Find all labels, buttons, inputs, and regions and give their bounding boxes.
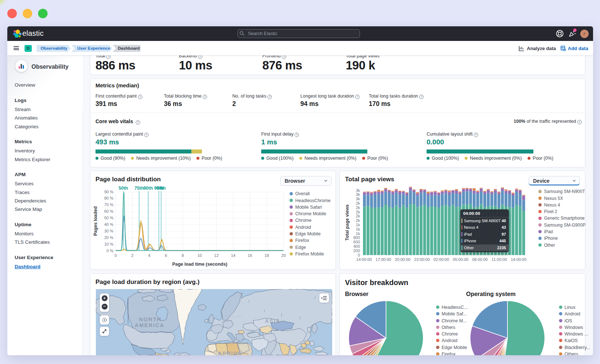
svg-text:6: 6 [165, 253, 167, 258]
svg-text:800: 800 [353, 235, 360, 240]
svg-text:2k: 2k [356, 201, 360, 205]
svg-text:14:00:00: 14:00:00 [356, 257, 372, 262]
svg-text:16: 16 [248, 253, 252, 258]
svg-text:600: 600 [353, 240, 360, 244]
svg-text:0: 0 [358, 253, 360, 257]
svg-text:3k: 3k [356, 197, 360, 201]
svg-text:400: 400 [353, 244, 360, 249]
svg-text:02:00:00: 02:00:00 [434, 257, 449, 262]
svg-text:3k: 3k [356, 192, 360, 197]
svg-text:70 %: 70 % [104, 202, 113, 207]
svg-text:NORTH: NORTH [139, 316, 162, 322]
svg-text:Pages loaded: Pages loaded [93, 206, 98, 236]
svg-text:11:00:00: 11:00:00 [492, 257, 507, 262]
svg-text:50th: 50th [119, 186, 128, 191]
svg-text:iPad: iPad [544, 229, 553, 234]
svg-text:Edge: Edge [295, 245, 306, 250]
svg-text:23:00:00: 23:00:00 [414, 257, 430, 262]
svg-text:Edge Mobile: Edge Mobile [295, 231, 321, 236]
svg-text:Page load time (seconds): Page load time (seconds) [172, 262, 228, 267]
svg-text:1k: 1k [356, 227, 360, 231]
svg-text:14: 14 [231, 253, 235, 258]
svg-text:10 %: 10 % [104, 242, 113, 246]
svg-text:40 %: 40 % [104, 222, 113, 227]
svg-text:12: 12 [214, 253, 218, 258]
svg-text:2: 2 [131, 253, 134, 258]
svg-text:3k: 3k [356, 188, 360, 193]
svg-text:17:00:00: 17:00:00 [375, 257, 391, 262]
svg-text:20:00:00: 20:00:00 [395, 257, 410, 262]
svg-text:05:00:00: 05:00:00 [453, 257, 469, 262]
svg-text:4: 4 [148, 253, 150, 258]
svg-text:Total page views: Total page views [345, 204, 350, 240]
svg-text:18: 18 [265, 253, 269, 258]
svg-text:1k: 1k [356, 231, 360, 236]
svg-text:60 %: 60 % [104, 209, 113, 213]
svg-text:0: 0 [115, 253, 117, 258]
svg-text:1k: 1k [356, 223, 360, 227]
svg-text:Pixel 2: Pixel 2 [544, 209, 557, 214]
svg-text:Overall: Overall [295, 191, 310, 196]
svg-text:Generic Smartphone: Generic Smartphone [544, 216, 585, 221]
svg-text:90th: 90th [143, 186, 153, 191]
svg-text:90 %: 90 % [104, 190, 113, 194]
svg-text:Samsung SM-G900P: Samsung SM-G900P [544, 223, 585, 228]
svg-text:10: 10 [197, 253, 202, 258]
svg-text:iPhone: iPhone [544, 236, 558, 241]
svg-text:EUROPE: EUROPE [225, 315, 244, 318]
svg-text:200: 200 [353, 249, 360, 253]
svg-text:Samsung SM-N900T: Samsung SM-N900T [544, 189, 585, 194]
svg-text:2k: 2k [356, 205, 360, 210]
svg-text:Firefox Mobile: Firefox Mobile [295, 251, 324, 257]
svg-text:Nexus 4: Nexus 4 [544, 202, 560, 208]
svg-text:Mobile Safari: Mobile Safari [295, 205, 322, 210]
svg-text:80 %: 80 % [104, 196, 113, 200]
svg-text:Nexus 5X: Nexus 5X [544, 196, 563, 201]
svg-text:Chrome: Chrome [295, 218, 312, 223]
svg-text:75th: 75th [134, 186, 144, 191]
svg-text:Android: Android [295, 225, 311, 230]
svg-text:Firefox: Firefox [295, 238, 310, 243]
svg-text:AMERICA: AMERICA [135, 322, 165, 328]
svg-text:14:00:00: 14:00:00 [511, 257, 526, 262]
svg-text:50 %: 50 % [104, 216, 113, 220]
svg-text:2k: 2k [356, 214, 360, 218]
svg-text:Chrome Mobile: Chrome Mobile [295, 211, 326, 216]
svg-text:20 %: 20 % [104, 235, 113, 240]
svg-text:Other: Other [544, 243, 555, 248]
svg-text:20: 20 [281, 253, 286, 258]
svg-text:2k: 2k [356, 218, 360, 223]
svg-text:30 %: 30 % [104, 229, 113, 233]
svg-text:AFRICA: AFRICA [218, 350, 243, 355]
svg-text:ASIA: ASIA [265, 318, 281, 324]
svg-text:99th: 99th [157, 186, 166, 191]
svg-text:2k: 2k [356, 210, 360, 214]
svg-text:8: 8 [182, 253, 184, 258]
svg-text:08:00:00: 08:00:00 [472, 257, 488, 262]
svg-text:0 %: 0 % [106, 249, 113, 253]
svg-text:HeadlessChrome: HeadlessChrome [295, 198, 331, 203]
